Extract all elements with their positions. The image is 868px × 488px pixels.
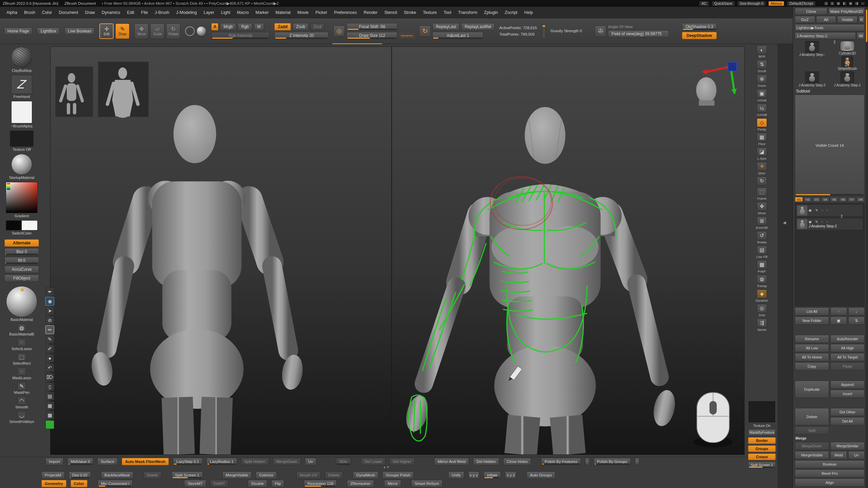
shelf-mini-item[interactable]: ✎ MaskPen — [14, 382, 29, 394]
shelf-thumbnail[interactable] — [11, 47, 32, 68]
menu-item[interactable]: Texture — [421, 9, 438, 16]
shelf-button[interactable]: Rf 0 — [4, 257, 39, 264]
quick-column-button[interactable]: MaskByFeature — [748, 429, 776, 436]
adjust-last-slider[interactable]: AdjustLast 1 — [432, 32, 483, 39]
version-tab[interactable]: V8 — [856, 197, 865, 202]
rail-button[interactable]: ◍ Transp — [757, 275, 767, 288]
rail-button[interactable]: ◎ Solo — [757, 304, 767, 317]
active-tool-value[interactable]: 48 — [857, 32, 865, 39]
rail-button[interactable]: ◪ L.Sym — [757, 147, 767, 160]
quick-tool-icon[interactable]: ▤ — [45, 392, 54, 401]
move-button[interactable]: ✥ Move — [134, 23, 149, 39]
subtool-action-button[interactable]: Append — [830, 381, 865, 389]
subtool-visibility-icons[interactable]: ◉ ✎ ▫ ▫ — [809, 208, 829, 212]
rgb-button[interactable]: Rgb — [238, 23, 252, 30]
shelf-thumbnail[interactable] — [11, 154, 32, 175]
rail-icon[interactable]: ◪ — [757, 147, 767, 156]
titlebar-button[interactable]: AC — [699, 1, 709, 6]
menu-item[interactable]: Zplugin — [482, 9, 500, 16]
version-tab[interactable]: V6 — [839, 197, 847, 202]
zsub-button[interactable]: Zsub — [293, 23, 309, 30]
rail-icon[interactable]: ▣ — [757, 89, 767, 98]
shelf-slot[interactable]: ~BrushAlpha — [11, 101, 32, 128]
quick-column-button[interactable]: Border — [748, 437, 776, 444]
shelf-mini-icon[interactable]: ✎ — [17, 382, 26, 390]
draw-button[interactable]: ✎ Draw — [115, 23, 130, 39]
tool-thumbnail-image[interactable] — [840, 41, 855, 51]
rail-icon[interactable]: ▤ — [757, 246, 767, 255]
quick-tool-icon[interactable]: ✒ — [45, 287, 54, 296]
shelf-button[interactable]: Blur 0 — [4, 248, 39, 256]
home-page-button[interactable]: Home Page — [4, 27, 32, 35]
bottom-button[interactable]: SDiv — [336, 458, 351, 465]
tray-collapse-arrow-icon[interactable]: ◀ — [783, 220, 786, 225]
subtool-thumbnail[interactable] — [797, 219, 807, 229]
shelf-slot[interactable]: Texture Off — [10, 130, 34, 151]
menu-item[interactable]: Alpha — [5, 9, 19, 16]
menu-item[interactable]: Help — [522, 9, 535, 16]
bottom-button[interactable]: Flip — [271, 480, 284, 487]
menu-item[interactable]: Stroke — [402, 9, 418, 16]
shelf-mini-item[interactable]: ◍ BasicMaterialB — [9, 324, 34, 336]
subtool-action-button[interactable]: Merge — [795, 435, 865, 441]
quick-tool-icon[interactable]: ● — [45, 354, 54, 363]
field-of-view-slider[interactable]: Field of view(deg) 39.59775 — [608, 30, 669, 38]
shelf-mini-item[interactable]: ◌ SelectLasso — [12, 338, 32, 351]
subtool-action-button[interactable]: New Folder — [795, 317, 829, 325]
bottom-button[interactable]: StoreMT — [184, 480, 206, 487]
current-alpha-icon[interactable] — [185, 26, 195, 36]
shelf-mini-icon[interactable]: ◠ — [17, 396, 26, 405]
goz-r-button[interactable]: R — [859, 16, 865, 23]
make-polymesh3d-button[interactable]: Make PolyMesh3D — [828, 8, 865, 15]
shelf-mini-item[interactable]: ◠ Smooth — [15, 396, 28, 409]
menu-item[interactable]: Movie — [296, 9, 310, 16]
rail-button[interactable]: ◇ Persp — [757, 118, 767, 131]
subtool-action-button[interactable]: Insert — [830, 390, 865, 398]
version-tab[interactable]: V7 — [848, 197, 856, 202]
subtool-action-button[interactable] — [795, 371, 865, 380]
rail-button[interactable]: ⊕ Zoom — [757, 75, 767, 87]
window-control-icon[interactable]: ▦ — [836, 1, 841, 6]
window-control-icon[interactable]: ▥ — [830, 1, 835, 6]
tool-thumbnail-cell[interactable]: J Anatomy Step-2 — [795, 72, 829, 87]
row-scroll-arrows[interactable]: ▲▼ — [383, 466, 390, 469]
bottom-button[interactable]: Del Hidden — [473, 458, 499, 465]
shelf-mini-icon[interactable] — [6, 286, 37, 317]
version-tab[interactable]: V5 — [830, 197, 838, 202]
rail-icon[interactable]: ↺ — [757, 231, 767, 240]
bottom-button[interactable]: ◦ — [585, 458, 590, 465]
version-tab[interactable]: V3 — [812, 197, 821, 202]
menu-item[interactable]: Layer — [202, 9, 216, 16]
bottom-button[interactable]: Resolution 128 — [304, 480, 337, 487]
rail-button[interactable]: ▤ Line Fill — [756, 246, 768, 259]
menu-item[interactable]: Picker — [314, 9, 329, 16]
bottom-button[interactable]: DynaMesh — [353, 471, 378, 479]
subtool-action-button[interactable]: All To Home — [795, 353, 829, 361]
subtool-action-button[interactable]: MergeDown — [795, 442, 829, 450]
bottom-button[interactable]: Min Connected I — [98, 480, 133, 487]
lightbox-button[interactable]: LightBox — [37, 27, 60, 35]
shelf-mini-item[interactable]: ◌ MaskLasso — [12, 367, 31, 380]
menu-item[interactable]: File — [139, 9, 150, 16]
lightbox-tools-button[interactable]: Lightbox▶Tools — [795, 24, 865, 31]
subtool-action-button[interactable]: ↓ — [848, 307, 865, 316]
rail-icon[interactable]: ◍ — [757, 275, 767, 284]
menu-item[interactable]: Light — [219, 9, 232, 16]
rail-icon[interactable]: ½ — [757, 104, 767, 113]
quick-tool-icon[interactable]: ▩ — [45, 411, 54, 420]
dynamic-toggle[interactable]: Dynamic — [399, 33, 414, 38]
rail-icon[interactable]: ◇ — [757, 118, 767, 127]
mrgb-button[interactable]: Mrgb — [220, 23, 236, 30]
rail-icon[interactable]: ▦ — [757, 133, 767, 142]
bottom-button[interactable]: Delete — [325, 471, 343, 479]
quick-tool-icon[interactable]: ■ — [45, 420, 54, 429]
subtool-action-button[interactable]: ▣ — [830, 317, 847, 325]
bottom-button[interactable]: LazyRadius 1 — [206, 458, 237, 465]
subtool-action-button[interactable]: Split — [795, 426, 829, 434]
shelf-thumbnail[interactable] — [10, 130, 34, 147]
shelf-slot[interactable]: SwitchColor — [6, 220, 38, 235]
quick-column-button[interactable]: Crease — [748, 453, 776, 460]
replay-last-rel-button[interactable]: ReplayLastRel — [461, 23, 494, 30]
subtool-action-button[interactable] — [795, 326, 865, 334]
subtool-action-button[interactable] — [795, 399, 865, 407]
